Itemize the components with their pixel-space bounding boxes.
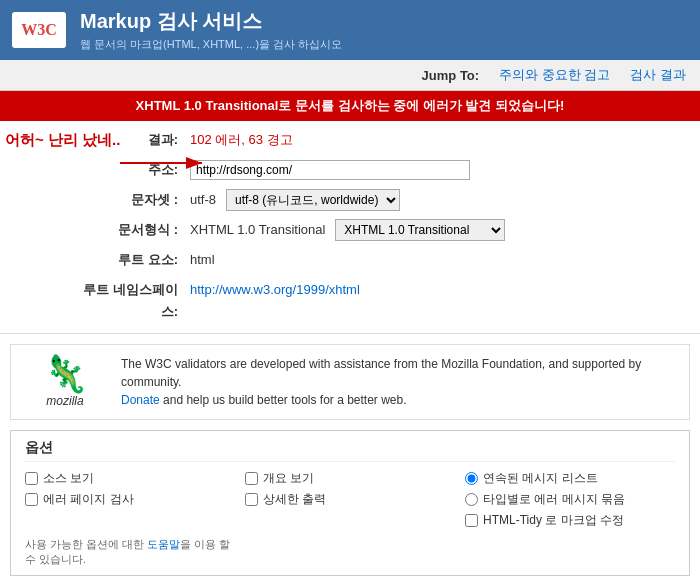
label-doctype: 문서형식 : [80, 219, 190, 241]
mozilla-text-line1: The W3C validators are developed with as… [121, 357, 641, 389]
error-banner: XHTML 1.0 Transitional로 문서를 검사하는 중에 에러가 … [0, 91, 700, 121]
page-subtitle: 웹 문서의 마크업(HTML, XHTML, ...)을 검사 하십시오 [80, 37, 342, 52]
page-title: Markup 검사 서비스 [80, 8, 342, 35]
mozilla-text: The W3C validators are developed with as… [121, 355, 675, 409]
option-verbose-label: 상세한 출력 [263, 491, 326, 508]
option-help-link[interactable]: 도움말 [147, 538, 180, 550]
option-source-label: 소스 보기 [43, 470, 94, 487]
value-root: html [190, 249, 680, 271]
options-title: 옵션 [25, 439, 675, 462]
option-verbose[interactable]: 상세한 출력 [245, 491, 455, 508]
label-charset: 문자셋 : [80, 189, 190, 211]
option-source-checkbox[interactable] [25, 472, 38, 485]
jump-to-label: Jump To: [422, 68, 480, 83]
annotation-text: 어허~ 난리 났네.. [5, 131, 120, 150]
option-error-page[interactable]: 에러 페이지 검사 [25, 491, 235, 508]
option-msg-group[interactable]: 타입별로 에러 메시지 묶음 [465, 491, 675, 508]
address-input[interactable] [190, 160, 470, 180]
result-row-address: 주소: [0, 155, 700, 185]
option-error-page-label: 에러 페이지 검사 [43, 491, 134, 508]
option-source[interactable]: 소스 보기 [25, 470, 235, 487]
value-address [190, 159, 680, 181]
option-msg-list[interactable]: 연속된 메시지 리스트 [465, 470, 675, 487]
result-row-namespace: 루트 네임스페이스: http://www.w3.org/1999/xhtml [0, 275, 700, 333]
option-empty-2 [245, 512, 455, 529]
option-tidy-label: HTML-Tidy 로 마크업 수정 [483, 512, 624, 529]
option-verbose-checkbox[interactable] [245, 493, 258, 506]
option-empty-1 [25, 512, 235, 529]
result-row-root: 루트 요소: html [0, 245, 700, 275]
value-doctype: XHTML 1.0 Transitional XHTML 1.0 Transit… [190, 219, 680, 241]
value-result: 102 에러, 63 경고 [190, 129, 293, 151]
header-text: Markup 검사 서비스 웹 문서의 마크업(HTML, XHTML, ...… [80, 8, 342, 52]
option-msg-list-radio[interactable] [465, 472, 478, 485]
doctype-select[interactable]: XHTML 1.0 Transitional [335, 219, 505, 241]
value-namespace: http://www.w3.org/1999/xhtml [190, 279, 680, 301]
mozilla-dino-icon: 🦎 [43, 356, 88, 392]
options-section: 옵션 소스 보기 개요 보기 연속된 메시지 리스트 에러 페이지 검사 상세한… [10, 430, 690, 576]
mozilla-logo: 🦎 mozilla [25, 356, 105, 408]
charset-select[interactable]: utf-8 (유니코드, worldwide) [226, 189, 400, 211]
option-note: 사용 가능한 옵션에 대한 도움말을 이용 할수 있습니다. [25, 537, 675, 567]
charset-text: utf-8 [190, 189, 216, 211]
mozilla-text-line2: and help us build better tools for a bet… [163, 393, 407, 407]
options-grid: 소스 보기 개요 보기 연속된 메시지 리스트 에러 페이지 검사 상세한 출력… [25, 470, 675, 529]
result-row-doctype: 문서형식 : XHTML 1.0 Transitional XHTML 1.0 … [0, 215, 700, 245]
doctype-text: XHTML 1.0 Transitional [190, 219, 325, 241]
w3c-logo: W3C [12, 12, 66, 48]
option-outline-label: 개요 보기 [263, 470, 314, 487]
nav-link-results[interactable]: 검사 결과 [630, 66, 686, 84]
option-tidy-checkbox[interactable] [465, 514, 478, 527]
results-section: 어허~ 난리 났네.. 결과: 102 에러, 63 경고 주소: 문자셋 : … [0, 121, 700, 334]
mozilla-label: mozilla [46, 394, 83, 408]
mozilla-donate-link[interactable]: Donate [121, 393, 160, 407]
nav-link-important[interactable]: 주의와 중요한 검고 [499, 66, 610, 84]
option-outline[interactable]: 개요 보기 [245, 470, 455, 487]
option-tidy[interactable]: HTML-Tidy 로 마크업 수정 [465, 512, 675, 529]
option-msg-group-radio[interactable] [465, 493, 478, 506]
label-namespace: 루트 네임스페이스: [80, 279, 190, 323]
label-root: 루트 요소: [80, 249, 190, 271]
result-row-charset: 문자셋 : utf-8 utf-8 (유니코드, worldwide) [0, 185, 700, 215]
namespace-link[interactable]: http://www.w3.org/1999/xhtml [190, 282, 360, 297]
navbar: Jump To: 주의와 중요한 검고 검사 결과 [0, 60, 700, 91]
value-charset: utf-8 utf-8 (유니코드, worldwide) [190, 189, 680, 211]
option-msg-group-label: 타입별로 에러 메시지 묶음 [483, 491, 625, 508]
option-outline-checkbox[interactable] [245, 472, 258, 485]
mozilla-section: 🦎 mozilla The W3C validators are develop… [10, 344, 690, 420]
arrow-icon [120, 153, 210, 176]
option-msg-list-label: 연속된 메시지 리스트 [483, 470, 598, 487]
header: W3C Markup 검사 서비스 웹 문서의 마크업(HTML, XHTML,… [0, 0, 700, 60]
option-error-page-checkbox[interactable] [25, 493, 38, 506]
